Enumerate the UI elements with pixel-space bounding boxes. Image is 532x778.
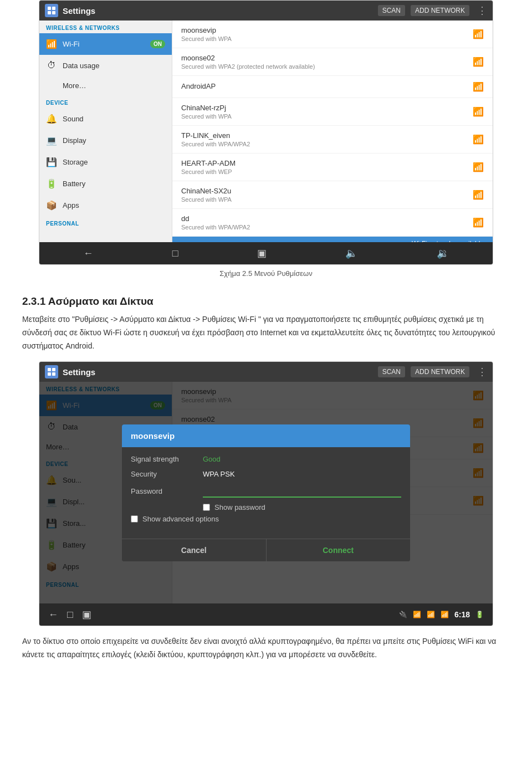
svg-rect-0 xyxy=(48,7,51,10)
section-paragraph: Μεταβείτε στο "Ρυθμίσεις -> Ασύρματο και… xyxy=(22,313,510,352)
wifi-sub: Secured with WPA xyxy=(181,196,232,203)
home-button[interactable]: □ xyxy=(172,248,178,259)
connect-button[interactable]: Connect xyxy=(267,539,411,561)
caption-1: Σχήμα 2.5 Μενού Ρυθμίσεων xyxy=(0,269,532,278)
more-options-icon[interactable]: ⋮ xyxy=(477,4,487,17)
sidebar-data-label: Data usage xyxy=(63,62,100,70)
password-label: Password xyxy=(131,487,203,495)
security-row: Security WPA PSK xyxy=(131,470,401,478)
sound-icon: 🔔 xyxy=(46,114,57,124)
svg-rect-7 xyxy=(52,372,55,376)
dialog-overlay: moonsevip Signal strength Good Security … xyxy=(39,382,493,603)
wifi-toggle[interactable]: ON xyxy=(150,40,165,48)
wifi-network-dd[interactable]: dd Secured with WPA/WPA2 📶 xyxy=(172,209,493,237)
volume-up-icon[interactable]: 🔉 xyxy=(437,247,449,259)
wifi-signal-icon: 📶 xyxy=(473,81,484,92)
wifi-signal-icon: 📶 xyxy=(473,162,484,172)
sidebar-item-sound[interactable]: 🔔 Sound xyxy=(39,108,172,130)
signal-row: Signal strength Good xyxy=(131,455,401,463)
sidebar-display-label: Display xyxy=(63,136,86,145)
wifi-list: moonsevip Secured with WPA 📶 moonse02 Se… xyxy=(172,21,493,242)
wifi-icon: 📶 xyxy=(46,39,57,49)
wifi-network-tp-link[interactable]: TP-LINK_eiven Secured with WPA/WPA2 📶 xyxy=(172,126,493,153)
usb-icon: 🔌 xyxy=(399,611,407,618)
wifi-network-moonsevip[interactable]: moonsevip Secured with WPA 📶 xyxy=(172,21,493,48)
show-advanced-checkbox[interactable] xyxy=(131,515,138,523)
sidebar-item-apps[interactable]: 📦 Apps xyxy=(39,194,172,216)
show-advanced-label: Show advanced options xyxy=(142,515,219,523)
sidebar-wifi-label: Wi-Fi xyxy=(63,40,79,48)
wifi-name: ChinaNet-SX2u xyxy=(181,187,232,195)
wifi-signal-icon: 📶 xyxy=(473,29,484,39)
wifi-signal-icon: 📶 xyxy=(473,134,484,145)
wifi-network-androidap[interactable]: AndroidAP 📶 xyxy=(172,76,493,98)
wifi-sub: Secured with WPA/WPA2 xyxy=(181,224,250,231)
text-section: 2.3.1 Ασύρματο και Δίκτυα Μεταβείτε στο … xyxy=(0,286,532,361)
sidebar-storage-label: Storage xyxy=(63,158,88,166)
wifi-network-heart-ap[interactable]: HEART-AP-ADM Secured with WEP 📶 xyxy=(172,153,493,181)
wifi-sub: Secured with WPA xyxy=(181,35,232,42)
dialog-body: Signal strength Good Security WPA PSK Pa… xyxy=(122,447,410,539)
recents-button[interactable]: ▣ xyxy=(257,247,267,259)
more-options-icon-2[interactable]: ⋮ xyxy=(477,366,487,378)
sidebar-item-display[interactable]: 💻 Display xyxy=(39,130,172,151)
battery-status-icon: 🔋 xyxy=(475,611,484,618)
sidebar-apps-label: Apps xyxy=(63,201,79,209)
sidebar-item-storage[interactable]: 💾 Storage xyxy=(39,151,172,173)
scan-button-2[interactable]: SCAN xyxy=(378,366,405,377)
data-usage-icon: ⏱ xyxy=(46,60,57,70)
sidebar-item-wifi[interactable]: 📶 Wi-Fi ON xyxy=(39,33,172,55)
bottom-paragraph: Αν το δίκτυο στο οποίο επιχειρείτε να συ… xyxy=(22,635,510,662)
wifi-signal-icon: 📶 xyxy=(473,106,484,117)
screenshot-2: Settings SCAN ADD NETWORK ⋮ WIRELESS & N… xyxy=(39,361,493,626)
recents-button-2[interactable]: ▣ xyxy=(82,608,91,621)
back-button-2[interactable]: ← xyxy=(48,609,58,621)
password-input[interactable] xyxy=(203,485,401,498)
app-title-2: Settings xyxy=(63,367,378,377)
wifi-name: moonse02 xyxy=(181,54,315,62)
device-section-label: DEVICE xyxy=(39,95,172,108)
apps-icon: 📦 xyxy=(46,200,57,211)
sidebar-item-data-usage[interactable]: ⏱ Data usage xyxy=(39,55,172,76)
volume-down-icon[interactable]: 🔈 xyxy=(345,247,357,259)
wifi-name: moonsevip xyxy=(181,26,232,34)
wifi-name: ChinaNet-rzPj xyxy=(181,104,232,112)
show-advanced-row: Show advanced options xyxy=(131,515,401,523)
wifi-signal-icon: 📶 xyxy=(473,190,484,200)
wifi-connect-dialog: moonsevip Signal strength Good Security … xyxy=(122,424,410,561)
app-icon-2 xyxy=(45,365,58,378)
sidebar-item-more[interactable]: More… xyxy=(39,76,172,95)
signal-label: Signal strength xyxy=(131,455,203,463)
svg-rect-5 xyxy=(52,368,55,371)
add-network-button-2[interactable]: ADD NETWORK xyxy=(411,366,469,377)
home-button-2[interactable]: □ xyxy=(67,609,73,621)
show-password-label: Show password xyxy=(214,503,265,511)
bluetooth-icon: 📶 xyxy=(413,611,421,618)
cancel-button[interactable]: Cancel xyxy=(122,539,267,561)
show-password-checkbox[interactable] xyxy=(203,504,210,511)
scan-button[interactable]: SCAN xyxy=(378,5,405,16)
password-row: Password xyxy=(131,485,401,498)
svg-rect-4 xyxy=(48,368,51,371)
wifi-status-icon: 📶 xyxy=(427,611,435,618)
sidebar-item-battery[interactable]: 🔋 Battery xyxy=(39,173,172,194)
nav-bar: ← □ ▣ 🔈 🔉 xyxy=(39,242,493,264)
sidebar: WIRELESS & NETWORKS 📶 Wi-Fi ON ⏱ Data us… xyxy=(39,21,172,242)
wifi-sub: Secured with WEP xyxy=(181,168,236,175)
dialog-title: moonsevip xyxy=(122,424,410,447)
wifi-name: TP-LINK_eiven xyxy=(181,131,250,140)
security-value: WPA PSK xyxy=(203,470,235,478)
titlebar-2: Settings SCAN ADD NETWORK ⋮ xyxy=(39,362,493,382)
time-display: 6:18 xyxy=(454,610,470,619)
svg-rect-1 xyxy=(52,7,55,10)
wifi-name: dd xyxy=(181,214,250,223)
wifi-network-moonse02[interactable]: moonse02 Secured with WPA2 (protected ne… xyxy=(172,48,493,76)
wifi-network-chinanet-sx2u[interactable]: ChinaNet-SX2u Secured with WPA 📶 xyxy=(172,181,493,209)
wifi-name: HEART-AP-ADM xyxy=(181,159,236,167)
screenshot-1: Settings SCAN ADD NETWORK ⋮ WIRELESS & N… xyxy=(39,0,493,265)
nav-bar-2: ← □ ▣ 🔌 📶 📶 📶 6:18 🔋 xyxy=(39,603,493,626)
add-network-button[interactable]: ADD NETWORK xyxy=(411,5,469,16)
wifi-signal-icon: 📶 xyxy=(473,217,484,228)
wifi-network-chinanet-rzpj[interactable]: ChinaNet-rzPj Secured with WPA 📶 xyxy=(172,98,493,126)
back-button[interactable]: ← xyxy=(83,248,93,259)
